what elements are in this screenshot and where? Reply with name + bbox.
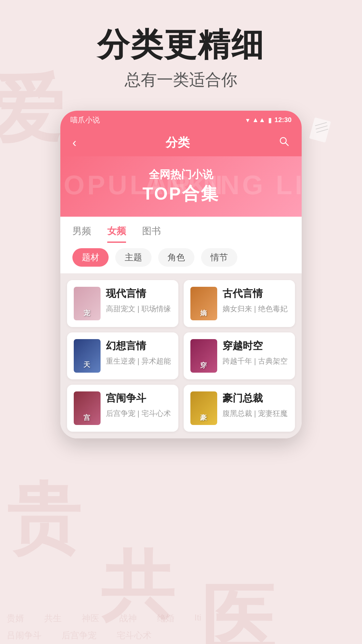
bottom-wm-2: 共生 [44,612,62,624]
filter-tabs: 题材 主题 角色 情节 [60,243,302,273]
banner-main-text: 全网热门小说 [149,167,213,182]
bottom-wm-7: 吕闹争斗 [7,630,42,641]
category-info-ancient: 古代言情 嫡女归来 | 绝色毒妃 [223,287,288,314]
status-bar: 喵爪小说 ▾ ▲▲ ▮ 12:30 [60,111,302,129]
category-name-ancient: 古代言情 [223,287,288,301]
category-info-palace: 宫闱争斗 后宫争宠 | 宅斗心术 [106,391,172,419]
filter-theme-character[interactable]: 角色 [158,248,194,267]
status-icons: ▾ ▲▲ ▮ 12:30 [246,116,292,124]
category-info-billionaire: 豪门总裁 腹黑总裁 | 宠妻狂魔 [223,391,288,419]
back-button[interactable]: ‹ [72,136,76,150]
category-info-fantasy: 幻想言情 重生逆袭 | 异术超能 [106,339,172,366]
paper-icon [308,117,335,144]
cover-img-fantasy: 天 [74,339,101,373]
search-icon[interactable] [279,136,290,150]
category-tags-timetravel: 跨越千年 | 古典架空 [223,356,288,366]
bottom-wm-1: 贵婿 [7,612,24,624]
cover-img-timetravel: 穿 [190,339,217,373]
tab-female[interactable]: 女频 [107,225,126,243]
hero-subtitle: 总有一类适合你 [0,69,362,91]
category-info-timetravel: 穿越时空 跨越千年 | 古典架空 [223,339,288,366]
category-info-modern: 现代言情 高甜宠文 | 职场情缘 [106,287,172,314]
hero-section: 分类更精细 总有一类适合你 [0,0,362,91]
category-name-fantasy: 幻想言情 [106,339,172,353]
bottom-wm-3: 神医 [82,612,99,624]
filter-theme-material[interactable]: 题材 [72,248,109,267]
category-card-fantasy[interactable]: 天 幻想言情 重生逆袭 | 异术超能 [67,332,178,379]
filter-theme-topic[interactable]: 主题 [115,248,152,267]
wifi-icon: ▾ [246,116,249,124]
category-card-palace[interactable]: 宫 宫闱争斗 后宫争宠 | 宅斗心术 [67,385,178,432]
cover-palace: 宫 [74,391,101,425]
nav-bar: ‹ 分类 [60,129,302,156]
category-tags-fantasy: 重生逆袭 | 异术超能 [106,356,172,366]
svg-rect-0 [309,117,331,143]
category-card-timetravel[interactable]: 穿 穿越时空 跨越千年 | 古典架空 [184,332,295,379]
svg-line-5 [285,143,288,146]
cover-img-palace: 宫 [74,391,101,425]
bottom-wm-8: 后宫争宠 [62,630,97,641]
bottom-watermark-rows: 贵婿 共生 神医 战神 绝婚 Iti 吕闹争斗 后宫争宠 宅斗心术 [0,610,362,644]
category-tags-palace: 后宫争宠 | 宅斗心术 [106,409,172,419]
status-time: 12:30 [275,116,292,124]
category-name-timetravel: 穿越时空 [223,339,288,353]
cover-ancient-romance: 嫡 [190,287,217,320]
category-name-modern: 现代言情 [106,287,172,301]
bottom-wm-4: 战神 [119,612,137,624]
category-tags-modern: 高甜宠文 | 职场情缘 [106,304,172,314]
signal-icon: ▲▲ [252,116,265,124]
nav-title: 分类 [166,135,190,151]
hero-title: 分类更精细 [0,27,362,62]
bottom-wm-6: Iti [194,612,201,624]
cover-img-ancient: 嫡 [190,287,217,320]
banner[interactable]: OPULAR N ANKING LI 全网热门小说 TOP合集 [60,156,302,217]
category-card-ancient-romance[interactable]: 嫡 古代言情 嫡女归来 | 绝色毒妃 [184,280,295,327]
tab-male[interactable]: 男频 [72,225,91,243]
bottom-wm-9: 宅斗心术 [117,630,152,641]
cover-timetravel: 穿 [190,339,217,373]
phone-wrapper: 喵爪小说 ▾ ▲▲ ▮ 12:30 ‹ 分类 OPULAR N ANKING L… [0,111,362,438]
bottom-wm-5: 绝婚 [157,612,174,624]
category-card-billionaire[interactable]: 豪 豪门总裁 腹黑总裁 | 宠妻狂魔 [184,385,295,432]
category-card-modern-romance[interactable]: 宠 现代言情 高甜宠文 | 职场情缘 [67,280,178,327]
cover-billionaire: 豪 [190,391,217,425]
gender-tabs: 男频 女频 图书 [60,217,302,243]
category-grid: 宠 现代言情 高甜宠文 | 职场情缘 嫡 古代言情 嫡女归来 | 绝色毒妃 [60,273,302,438]
filter-theme-plot[interactable]: 情节 [201,248,237,267]
cover-img-billionaire: 豪 [190,391,217,425]
category-tags-ancient: 嫡女归来 | 绝色毒妃 [223,304,288,314]
category-tags-billionaire: 腹黑总裁 | 宠妻狂魔 [223,409,288,419]
battery-icon: ▮ [268,116,272,124]
banner-sub-text: TOP合集 [142,182,220,206]
cover-fantasy: 天 [74,339,101,373]
tab-books[interactable]: 图书 [142,225,161,243]
category-name-billionaire: 豪门总裁 [223,391,288,405]
phone-mockup: 喵爪小说 ▾ ▲▲ ▮ 12:30 ‹ 分类 OPULAR N ANKING L… [60,111,302,438]
wm-char-3: 贵 [7,470,80,569]
app-name: 喵爪小说 [70,115,100,125]
cover-modern-romance: 宠 [74,287,101,320]
category-name-palace: 宫闱争斗 [106,391,172,405]
cover-img-modern: 宠 [74,287,101,320]
